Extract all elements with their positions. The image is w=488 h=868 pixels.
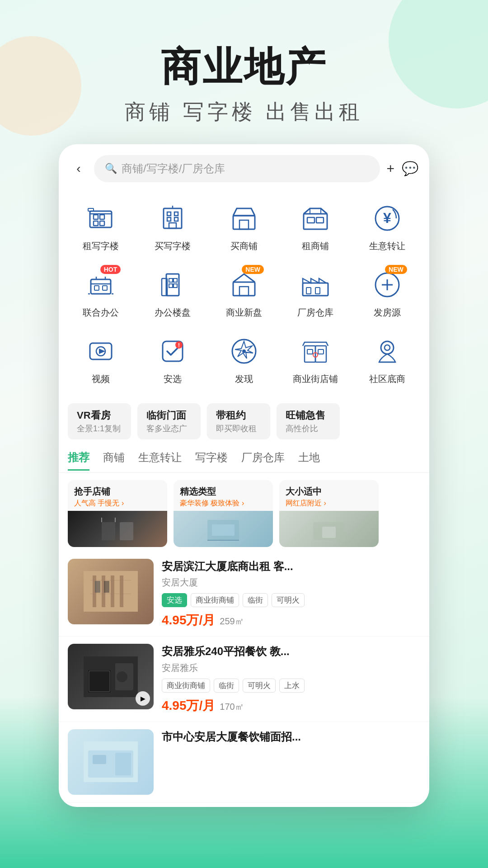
tag-lease-sub: 即买即收租 xyxy=(216,423,261,434)
icon-new-commercial[interactable]: NEW 商业新盘 xyxy=(209,260,279,325)
icon-post-listing-box: NEW xyxy=(369,267,405,303)
tab-shop[interactable]: 商铺 xyxy=(103,450,125,471)
svg-point-56 xyxy=(381,341,394,354)
icon-community-base[interactable]: 社区底商 xyxy=(352,327,422,392)
tag-street[interactable]: 临街门面 客多业态广 xyxy=(137,403,201,439)
svg-rect-11 xyxy=(174,217,178,221)
svg-rect-4 xyxy=(100,221,104,226)
listing-img-3 xyxy=(68,729,154,795)
listing-img-1 xyxy=(68,559,154,624)
svg-rect-14 xyxy=(233,216,255,229)
tag-urgent-sub: 高性价比 xyxy=(286,423,331,434)
tab-office[interactable]: 写字楼 xyxy=(195,450,228,471)
icon-anxuan-label: 安选 xyxy=(164,373,182,385)
listing-card-3[interactable]: 市中心安居大厦餐饮铺面招... xyxy=(59,722,429,802)
listing-info-1: 安居滨江大厦底商出租 客... 安居大厦 安选 商业街商铺 临街 可明火 4.9… xyxy=(162,559,420,629)
featured-card-hot-sub: 人气高 手慢无 › xyxy=(74,499,161,508)
listing-tag-commercial-2: 商业街商铺 xyxy=(162,679,210,693)
featured-card-hot[interactable]: 抢手店铺 人气高 手慢无 › xyxy=(68,480,167,547)
icon-video-label: 视频 xyxy=(92,373,110,385)
add-button[interactable]: + xyxy=(386,161,394,176)
new-commercial-badge: NEW xyxy=(242,265,264,274)
svg-rect-30 xyxy=(169,278,173,282)
listing-tag-commercial-1: 商业街商铺 xyxy=(191,593,239,607)
icon-community-base-box xyxy=(369,333,405,369)
icon-post-listing[interactable]: NEW 发房源 xyxy=(352,260,422,325)
icon-discover-label: 发现 xyxy=(235,373,253,385)
tag-lease[interactable]: 带租约 即买即收租 xyxy=(207,403,270,439)
svg-rect-31 xyxy=(174,278,177,282)
icon-commercial-street[interactable]: 商业街店铺 xyxy=(281,327,350,392)
tab-recommend[interactable]: 推荐 xyxy=(68,450,89,471)
svg-rect-53 xyxy=(307,349,313,354)
icon-factory[interactable]: 厂房仓库 xyxy=(281,260,350,325)
search-icon: 🔍 xyxy=(105,163,117,175)
svg-rect-2 xyxy=(100,215,104,219)
tag-urgent[interactable]: 旺铺急售 高性价比 xyxy=(277,403,340,439)
listing-card-2[interactable]: ▶ 安居雅乐240平招餐饮 教... 安居雅乐 商业街商铺 临街 可明火 上水 … xyxy=(59,637,429,722)
icon-rent-office[interactable]: 租写字楼 xyxy=(66,194,136,259)
listing-address-2: 安居雅乐 xyxy=(162,662,420,674)
icon-cowork-label: 联合办公 xyxy=(83,307,119,319)
icon-rent-office-label: 租写字楼 xyxy=(83,240,119,252)
listing-card-1[interactable]: 安居滨江大厦底商出租 客... 安居大厦 安选 商业街商铺 临街 可明火 4.9… xyxy=(59,552,429,637)
listing-tags-1: 安选 商业街商铺 临街 可明火 xyxy=(162,593,420,607)
icon-buy-shop[interactable]: 买商铺 xyxy=(209,194,279,259)
icon-rent-shop[interactable]: 租商铺 xyxy=(281,194,350,259)
svg-rect-1 xyxy=(94,215,98,219)
featured-card-medium-title: 大小适中 xyxy=(286,486,372,498)
icon-buy-office[interactable]: 买写字楼 xyxy=(137,194,207,259)
icon-video-box xyxy=(83,333,119,369)
listing-price-2: 4.95万/月170㎡ xyxy=(162,697,420,714)
svg-rect-84 xyxy=(93,755,106,764)
featured-card-medium-sub: 网红店附近 › xyxy=(286,499,372,508)
listing-price-1: 4.95万/月259㎡ xyxy=(162,612,420,629)
svg-rect-74 xyxy=(90,594,131,594)
icon-buy-shop-label: 买商铺 xyxy=(230,240,258,252)
icon-commercial-street-box xyxy=(297,333,333,369)
tab-transfer[interactable]: 生意转让 xyxy=(138,450,182,471)
icon-cowork[interactable]: HOT 联合办公 xyxy=(66,260,136,325)
icon-video[interactable]: 视频 xyxy=(66,327,136,392)
icon-office-list-box xyxy=(155,267,191,303)
icon-biz-transfer[interactable]: ¥ 生意转让 xyxy=(352,194,422,259)
icon-discover[interactable]: 发现 xyxy=(209,327,279,392)
svg-point-57 xyxy=(385,345,390,350)
svg-rect-33 xyxy=(174,284,177,288)
svg-rect-15 xyxy=(239,220,249,229)
svg-rect-3 xyxy=(94,221,98,226)
icon-community-base-label: 社区底商 xyxy=(369,373,405,385)
featured-card-hot-header: 抢手店铺 人气高 手慢无 › xyxy=(68,480,167,511)
svg-point-50 xyxy=(242,349,246,353)
message-button[interactable]: 💬 xyxy=(402,160,418,176)
tag-vr[interactable]: VR看房 全景1:1复制 xyxy=(68,403,131,439)
svg-rect-9 xyxy=(174,212,178,216)
tag-vr-title: VR看房 xyxy=(77,409,122,422)
featured-card-luxury[interactable]: 精选类型 豪华装修 极致体验 › xyxy=(174,480,273,547)
featured-card-luxury-sub: 豪华装修 极致体验 › xyxy=(180,499,267,508)
icon-buy-office-label: 买写字楼 xyxy=(155,240,191,252)
featured-card-medium[interactable]: 大小适中 网红店附近 › xyxy=(279,480,379,547)
icon-rent-shop-box xyxy=(297,200,333,236)
svg-rect-10 xyxy=(167,217,171,221)
phone-card: ‹ 🔍 商铺/写字楼/厂房仓库 + 💬 xyxy=(59,144,429,807)
svg-rect-34 xyxy=(233,282,255,296)
featured-img-interior xyxy=(174,511,273,547)
search-bar[interactable]: 🔍 商铺/写字楼/厂房仓库 xyxy=(94,155,380,182)
svg-rect-39 xyxy=(315,288,320,294)
svg-rect-54 xyxy=(318,349,324,354)
icon-anxuan[interactable]: ! 安选 xyxy=(137,327,207,392)
header-area: 商业地产 商铺 写字楼 出售出租 xyxy=(0,0,488,144)
listing-tag-anxuan-1: 安选 xyxy=(162,593,187,607)
icon-grid: 租写字楼 买写字楼 xyxy=(59,189,429,399)
tab-land[interactable]: 土地 xyxy=(298,450,320,471)
icon-post-listing-label: 发房源 xyxy=(374,307,401,319)
listing-title-1: 安居滨江大厦底商出租 客... xyxy=(162,559,420,574)
icon-office-list[interactable]: 办公楼盘 xyxy=(137,260,207,325)
icon-new-commercial-box: NEW xyxy=(226,267,262,303)
tab-bar: 推荐 商铺 生意转让 写字楼 厂房仓库 土地 xyxy=(59,446,429,473)
icon-new-commercial-label: 商业新盘 xyxy=(226,307,262,319)
listing-tag-water-2: 上水 xyxy=(279,679,305,693)
back-button[interactable]: ‹ xyxy=(70,161,88,176)
tab-factory[interactable]: 厂房仓库 xyxy=(241,450,285,471)
